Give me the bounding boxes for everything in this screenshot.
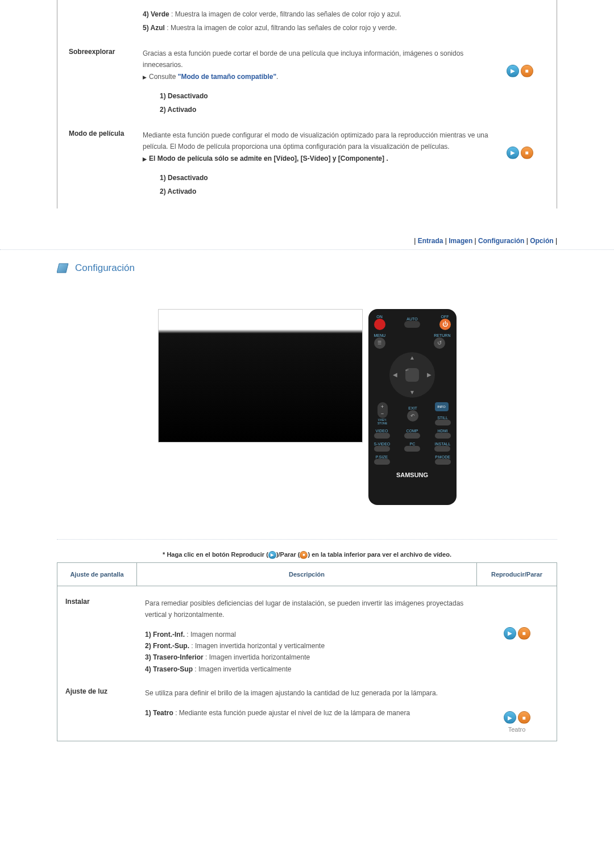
- play-icon-inline: ▶: [268, 551, 276, 559]
- modo-pelicula-note: El Modo de película sólo se admite en [V…: [143, 153, 494, 164]
- stop-icon[interactable]: ■: [518, 711, 530, 724]
- media-label-teatro: Teatro: [477, 726, 557, 733]
- th-ajuste: Ajuste de pantalla: [57, 563, 137, 586]
- play-icon[interactable]: ▶: [507, 65, 519, 77]
- stop-icon[interactable]: ■: [518, 627, 530, 640]
- section-header: Configuración: [0, 250, 614, 281]
- video-hint: * Haga clic en el botón Reproducir (▶)/P…: [57, 551, 557, 559]
- product-imagery: ON AUTO OFF⏻ MENU☰ RETURN↺ ▲ ▼ ◀ ▶ ↵ +−V…: [0, 309, 614, 505]
- modopel-opt1: 1) Desactivado: [160, 172, 494, 183]
- settings-table-top: 4) Verde : Muestra la imagen de color ve…: [57, 0, 557, 208]
- th-media: Reproducir/Parar: [477, 563, 557, 586]
- remote-control-image: ON AUTO OFF⏻ MENU☰ RETURN↺ ▲ ▼ ◀ ▶ ↵ +−V…: [368, 309, 457, 505]
- play-icon[interactable]: ▶: [504, 627, 516, 640]
- modo-pelicula-desc: Mediante esta función puede configurar e…: [143, 130, 494, 153]
- ajusteluz-desc: Se utiliza para definir el brillo de la …: [145, 687, 469, 699]
- sobreexplorar-label: Sobreexplorar: [69, 48, 143, 118]
- ajusteluz-label: Ajuste de luz: [57, 684, 137, 733]
- breadcrumb-nav: | Entrada | Imagen | Configuración | Opc…: [0, 237, 614, 249]
- azul-text: : Muestra la imagen de color azul, filtr…: [165, 24, 397, 32]
- instalar-desc: Para remediar posibles deficiencias del …: [145, 598, 469, 621]
- consult-suffix: .: [276, 73, 278, 81]
- svg-marker-0: [57, 264, 68, 273]
- sobre-opt1: 1) Desactivado: [160, 90, 494, 102]
- consult-prefix: Consulte: [149, 73, 178, 81]
- samsung-logo: SAMSUNG: [374, 471, 451, 478]
- nav-imagen[interactable]: Imagen: [449, 237, 472, 245]
- config-icon: [57, 261, 70, 275]
- sobre-opt2: 2) Activado: [160, 104, 494, 115]
- stop-icon[interactable]: ■: [521, 147, 533, 159]
- play-icon[interactable]: ▶: [507, 147, 519, 159]
- projector-image: [158, 309, 363, 443]
- th-desc: Descripción: [137, 563, 477, 586]
- stop-icon[interactable]: ■: [521, 65, 533, 77]
- sobreexplorar-desc: Gracias a esta función puede cortar el b…: [143, 48, 494, 71]
- verde-text: : Muestra la imagen de color verde, filt…: [169, 10, 401, 18]
- play-icon[interactable]: ▶: [504, 711, 516, 724]
- nav-opcion[interactable]: Opción: [530, 237, 553, 245]
- modo-pelicula-label: Modo de película: [69, 130, 143, 200]
- nav-entrada[interactable]: Entrada: [418, 237, 443, 245]
- settings-table-config: Ajuste de pantalla Descripción Reproduci…: [57, 562, 557, 741]
- compat-mode-link[interactable]: "Modo de tamaño compatible": [178, 73, 276, 81]
- nav-configuracion[interactable]: Configuración: [478, 237, 524, 245]
- stop-icon-inline: ■: [300, 551, 308, 559]
- instalar-label: Instalar: [57, 594, 137, 678]
- section-title: Configuración: [75, 262, 135, 274]
- verde-bold: 4) Verde: [143, 10, 169, 18]
- modopel-opt2: 2) Activado: [160, 186, 494, 197]
- azul-bold: 5) Azul: [143, 24, 165, 32]
